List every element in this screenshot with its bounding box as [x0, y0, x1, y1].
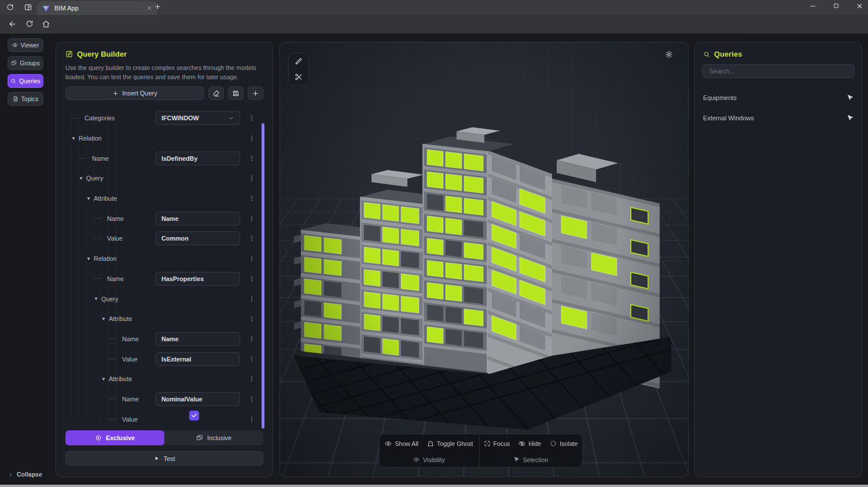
caret-down-icon: ▼: [101, 377, 106, 382]
screen-bottom-edge: [0, 485, 868, 487]
viewer-settings-button[interactable]: [665, 50, 673, 58]
query-item-equipments[interactable]: Equipments: [695, 87, 862, 108]
eye-icon: [413, 456, 420, 463]
tree-row-label[interactable]: ▼Relation: [71, 135, 102, 142]
toggle-ghost-button[interactable]: Toggle Ghost: [427, 440, 473, 447]
exclusive-button[interactable]: Exclusive: [65, 430, 164, 445]
tree-connector: [109, 419, 116, 419]
row-menu-icon[interactable]: [248, 215, 255, 222]
tree-row-attribute-10: ▼Attribute: [65, 309, 264, 329]
activate-query-icon[interactable]: [847, 94, 854, 101]
show-all-button[interactable]: Show All: [385, 440, 418, 447]
queries-search-input[interactable]: [708, 67, 848, 75]
row-menu-icon[interactable]: [248, 416, 255, 422]
row-menu-icon[interactable]: [248, 396, 255, 403]
tree-row-label: Name: [94, 275, 124, 282]
tree-input-hasproperties[interactable]: HasProperties: [156, 272, 240, 286]
row-menu-icon[interactable]: [248, 315, 255, 322]
save-query-button[interactable]: [228, 86, 244, 100]
query-builder-panel: Query Builder Use the query builder to c…: [56, 42, 273, 477]
insert-query-button[interactable]: Insert Query: [65, 86, 204, 100]
play-icon: [153, 455, 160, 462]
row-menu-icon[interactable]: [248, 255, 255, 262]
tree-scrollbar[interactable]: [262, 123, 264, 429]
test-button[interactable]: Test: [65, 451, 263, 466]
tab-layout-icon[interactable]: [24, 3, 32, 12]
measure-tool-button[interactable]: [295, 57, 303, 65]
isolate-icon: [550, 440, 557, 447]
chevron-left-icon: [8, 472, 13, 477]
clip-tool-button[interactable]: [295, 73, 303, 81]
tree-row-value-6: ValueCommon: [65, 228, 264, 249]
window-maximize-icon[interactable]: [833, 2, 840, 10]
viewer-tools: [288, 53, 309, 86]
tree-checkbox[interactable]: [189, 411, 199, 420]
home-icon[interactable]: [42, 20, 50, 28]
row-menu-icon[interactable]: [248, 195, 255, 202]
workspaces-icon[interactable]: [6, 3, 14, 12]
add-query-button[interactable]: [248, 86, 263, 100]
plus-icon: [252, 90, 259, 97]
collapse-button[interactable]: Collapse: [8, 471, 42, 478]
row-menu-icon[interactable]: [248, 335, 255, 342]
window-minimize-icon[interactable]: [809, 2, 816, 10]
tree-connector: [109, 359, 116, 359]
isolate-button[interactable]: Isolate: [550, 440, 578, 447]
tree-input-name[interactable]: Name: [156, 212, 240, 226]
tree-input-isexternal[interactable]: IsExternal: [156, 352, 240, 366]
tab-title: BIM App: [54, 5, 79, 12]
square-pen-icon: [65, 50, 73, 58]
inclusive-button[interactable]: Inclusive: [164, 430, 263, 445]
tree-connector: [94, 238, 101, 239]
tree-input-nominalvalue[interactable]: NominalValue: [156, 392, 240, 406]
tree-input-name[interactable]: Name: [156, 332, 240, 346]
tree-input-isdefinedby[interactable]: IsDefinedBy: [156, 152, 240, 165]
tree-connector: [109, 399, 116, 399]
tree-row-query-9: ▼Query: [65, 289, 264, 309]
tree-row-label[interactable]: ▼Relation: [86, 255, 117, 262]
queries-search[interactable]: [702, 64, 855, 78]
saved-queries-list: EquipmentsExternal Windows: [695, 87, 862, 128]
row-menu-icon[interactable]: [248, 375, 255, 382]
eye-off-icon: [518, 440, 525, 447]
viewer-panel[interactable]: Show AllToggle Ghost Visibility FocusHid…: [279, 42, 689, 477]
row-menu-icon[interactable]: [248, 235, 255, 242]
row-menu-icon[interactable]: [248, 115, 255, 121]
refresh-icon[interactable]: [25, 20, 34, 28]
tree-input-common[interactable]: Common: [156, 231, 240, 245]
caret-down-icon: ▼: [94, 296, 98, 301]
row-menu-icon[interactable]: [248, 135, 255, 142]
back-icon[interactable]: [8, 20, 17, 28]
row-menu-icon[interactable]: [248, 175, 255, 182]
browser-tab[interactable]: BIM App: [37, 1, 157, 15]
tree-row-label[interactable]: ▼Query: [79, 175, 103, 182]
window-close-icon[interactable]: [856, 2, 863, 10]
query-builder-title: Query Builder: [65, 50, 263, 58]
queries-panel: Queries EquipmentsExternal Windows: [694, 42, 862, 477]
sidebar-item-groups[interactable]: Groups: [8, 56, 43, 70]
row-menu-icon[interactable]: [248, 155, 255, 162]
left-nav: ViewerGroupsQueriesTopics Collapse: [0, 34, 52, 485]
browser-tab-strip: BIM App: [0, 0, 868, 15]
sidebar-item-topics[interactable]: Topics: [8, 92, 43, 106]
tree-row-label: Name: [94, 215, 124, 222]
sidebar-item-queries[interactable]: Queries: [8, 74, 43, 88]
tree-select-ifcwindow[interactable]: IFCWINDOW: [156, 111, 240, 125]
new-tab-button[interactable]: [154, 3, 161, 10]
row-menu-icon[interactable]: [248, 296, 255, 302]
hide-button[interactable]: Hide: [518, 440, 541, 447]
caret-down-icon: ▼: [86, 256, 91, 261]
tree-row-label[interactable]: ▼Attribute: [101, 375, 132, 382]
clear-query-button[interactable]: [208, 86, 224, 100]
tab-close-icon[interactable]: [146, 5, 152, 11]
focus-button[interactable]: Focus: [484, 440, 510, 447]
row-menu-icon[interactable]: [248, 356, 255, 363]
activate-query-icon[interactable]: [847, 115, 854, 121]
tree-row-label[interactable]: ▼Attribute: [86, 195, 117, 202]
plus-icon: [112, 90, 119, 97]
query-item-external-windows[interactable]: External Windows: [695, 108, 862, 128]
row-menu-icon[interactable]: [248, 275, 255, 282]
tree-row-label[interactable]: ▼Query: [94, 296, 118, 302]
sidebar-item-viewer[interactable]: Viewer: [8, 38, 43, 52]
tree-row-label[interactable]: ▼Attribute: [101, 315, 132, 322]
